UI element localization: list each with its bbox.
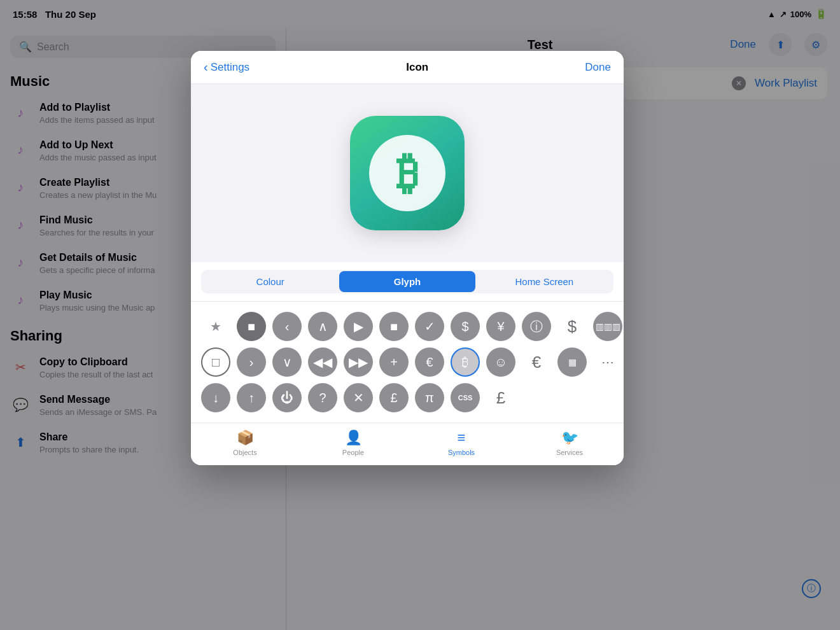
icon-picker-modal: ‹ Settings Icon Done ₿ Colour Glyph Home… [191,51,624,465]
glyph-download[interactable]: ↓ [201,383,230,412]
glyph-smiley[interactable]: ☺ [486,347,515,377]
glyph-euro-circle[interactable]: € [415,347,444,377]
glyph-chevron-left[interactable]: ‹ [272,312,302,341]
modal-done-button[interactable]: Done [585,61,611,74]
nav-symbols-label: Symbols [448,449,475,456]
bottom-nav: 📦 Objects 👤 People ≡ Symbols 🐦 Services [191,423,624,465]
glyph-checkmark[interactable]: ✓ [415,312,444,341]
chevron-left-icon: ‹ [204,60,208,74]
nav-people-label: People [342,449,364,456]
glyph-fast-forward[interactable]: ▶▶ [344,347,373,377]
tab-home-screen[interactable]: Home Screen [477,271,612,292]
objects-icon: 📦 [237,430,254,446]
nav-services-label: Services [556,449,583,456]
glyph-info-circle[interactable]: ⓘ [522,312,551,341]
modal-title: Icon [406,61,428,74]
nav-people[interactable]: 👤 People [299,423,407,465]
glyph-chevron-down[interactable]: ∨ [272,347,302,377]
glyph-square-outline[interactable]: □ [201,347,230,377]
glyph-euro[interactable]: € [522,347,551,377]
modal-header: ‹ Settings Icon Done [191,51,624,84]
glyph-cross[interactable]: ✕ [344,383,373,412]
glyph-pi[interactable]: π [415,383,444,412]
tabs-container: Colour Glyph Home Screen [201,270,613,293]
nav-symbols[interactable]: ≡ Symbols [407,423,515,465]
tab-colour[interactable]: Colour [202,271,338,292]
modal-back-button[interactable]: ‹ Settings [204,60,249,74]
services-icon: 🐦 [561,430,578,446]
glyph-grid: ★ ■ ‹ ∧ ▶ ■ ✓ $ ¥ ⓘ $ ▥▥▥ □ › ∨ ◀◀ ▶▶ + … [191,302,624,423]
glyph-dollar-circle[interactable]: $ [451,312,480,341]
glyph-question[interactable]: ? [308,383,337,412]
people-icon: 👤 [345,430,362,446]
glyph-qr[interactable]: ▦ [557,347,587,377]
glyph-barcode[interactable]: ▥▥▥ [593,312,622,341]
icon-preview-area: ₿ [191,84,624,262]
app-icon-preview: ₿ [350,116,465,230]
glyph-dollar[interactable]: $ [557,312,587,341]
tab-glyph[interactable]: Glyph [339,271,475,292]
glyph-bitcoin-circle[interactable]: ₿ [451,347,480,377]
bitcoin-circle: ₿ [369,135,445,211]
glyph-yen-circle[interactable]: ¥ [486,312,515,341]
bitcoin-symbol: ₿ [396,151,419,195]
glyph-pound-circle[interactable]: £ [379,383,409,412]
glyph-power[interactable]: ⏻ [272,383,302,412]
glyph-upload[interactable]: ↑ [237,383,266,412]
glyph-stop[interactable]: ■ [379,312,409,341]
back-label: Settings [211,61,249,74]
glyph-plus[interactable]: + [379,347,409,377]
glyph-dots[interactable]: ⋯ [593,347,622,377]
glyph-rewind[interactable]: ◀◀ [308,347,337,377]
symbols-icon: ≡ [458,430,466,446]
glyph-chevron-right[interactable]: › [237,347,266,377]
glyph-pound[interactable]: £ [486,383,515,412]
nav-objects-label: Objects [233,449,256,456]
glyph-chevron-up[interactable]: ∧ [308,312,337,341]
glyph-star[interactable]: ★ [201,312,230,341]
glyph-play[interactable]: ▶ [344,312,373,341]
nav-objects[interactable]: 📦 Objects [191,423,299,465]
tabs-row: Colour Glyph Home Screen [191,262,624,302]
nav-services[interactable]: 🐦 Services [515,423,624,465]
glyph-square[interactable]: ■ [237,312,266,341]
glyph-css[interactable]: CSS [451,383,480,412]
